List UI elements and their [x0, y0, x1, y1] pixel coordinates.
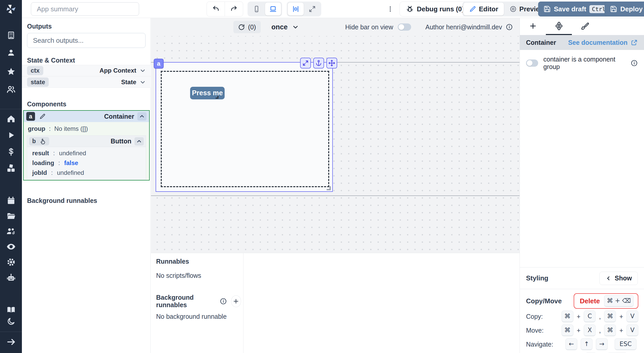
grid-row-line	[151, 195, 520, 196]
refresh-all-button[interactable]: (0)	[233, 21, 261, 33]
author-info: Author henri@windmill.dev	[425, 23, 513, 31]
sidebar-item-folders[interactable]	[0, 210, 22, 222]
container-resize-handle[interactable]	[327, 186, 331, 190]
sidebar-item-ai[interactable]	[0, 272, 22, 283]
collapse-sidebar-icon[interactable]	[0, 336, 22, 348]
container-drop-zone[interactable]	[161, 71, 329, 187]
container-type-label: Container	[104, 113, 134, 120]
show-styling-button[interactable]: Show	[599, 272, 638, 285]
styling-title: Styling	[526, 274, 548, 282]
prop-row-jobid: jobId:undefined	[32, 169, 146, 176]
sidebar-item-variables[interactable]	[0, 146, 22, 158]
editor-label: Editor	[479, 5, 498, 13]
sidebar-item-groups[interactable]	[0, 84, 22, 95]
debug-runs-label: Debug runs (0)	[417, 5, 464, 13]
state-output-row[interactable]: state State	[22, 76, 151, 88]
collapse-button-button[interactable]	[134, 137, 144, 145]
runnables-empty: No scripts/flows	[156, 272, 241, 279]
app-canvas: (0) once Hide bar on view Author henri@w…	[151, 18, 520, 253]
info-icon[interactable]	[220, 298, 227, 305]
sidebar-item-runs[interactable]	[0, 130, 22, 141]
app-summary-input[interactable]	[31, 2, 139, 16]
chevron-down-icon[interactable]	[139, 79, 146, 85]
search-outputs-input[interactable]	[27, 33, 146, 48]
press-me-button[interactable]: Press me	[190, 87, 225, 99]
tab-component-settings[interactable]	[546, 18, 572, 35]
clipped-shortcut-row	[526, 352, 638, 353]
desktop-view-button[interactable]	[265, 3, 281, 15]
windmill-logo-icon[interactable]	[0, 2, 22, 16]
inspector-header: Container See documentation	[520, 35, 644, 50]
dark-mode-toggle-icon[interactable]	[0, 316, 22, 327]
schedule-value: once	[272, 23, 288, 31]
ctx-badge: ctx	[27, 66, 43, 75]
device-toggle-group	[248, 2, 282, 16]
selected-container-component[interactable]: a Press me	[156, 62, 333, 192]
background-runnables-title: Background runnables	[27, 197, 97, 204]
move-component-button[interactable]	[326, 58, 337, 68]
component-inspector: Container See documentation container is…	[520, 18, 644, 353]
panel-divider	[243, 253, 243, 353]
container-canvas-label[interactable]: a	[154, 59, 164, 68]
bug-icon	[406, 5, 414, 13]
component-group-toggle-row: container is a component group	[520, 50, 644, 76]
undo-button[interactable]	[207, 2, 225, 16]
see-documentation-link[interactable]: See documentation	[568, 39, 638, 46]
sidebar-item-settings[interactable]	[0, 256, 22, 268]
redo-button[interactable]	[225, 2, 243, 16]
sidebar-item-user[interactable]	[0, 47, 22, 58]
sidebar-item-resources[interactable]	[0, 162, 22, 174]
sidebar-divider	[0, 332, 22, 332]
editor-tab[interactable]: Editor	[463, 3, 504, 15]
ctx-output-row[interactable]: ctx App Context	[22, 65, 151, 76]
doc-link-label: See documentation	[568, 39, 628, 46]
show-label: Show	[615, 274, 632, 282]
tab-insert-component[interactable]	[520, 18, 546, 35]
sidebar-item-workers[interactable]	[0, 226, 22, 237]
sidebar-item-audit[interactable]	[0, 241, 22, 252]
refresh-count: (0)	[248, 23, 256, 31]
info-icon[interactable]	[631, 59, 638, 67]
fullwidth-canvas-button[interactable]	[304, 3, 320, 15]
container-node-header[interactable]: a Container	[24, 111, 149, 122]
sidebar-item-favorites[interactable]	[0, 66, 22, 77]
move-shortcut-row: Move: ⌘+X, ⌘+V	[526, 324, 638, 337]
component-group-toggle[interactable]	[526, 59, 538, 67]
chevron-down-icon[interactable]	[139, 67, 146, 74]
button-resize-handle[interactable]	[216, 96, 218, 99]
sidebar-item-workspace[interactable]	[0, 30, 22, 41]
debug-runs-button[interactable]: Debug runs (0)	[400, 2, 470, 16]
collapse-container-button[interactable]	[137, 112, 147, 120]
external-link-icon	[631, 39, 638, 46]
tab-styling[interactable]	[572, 18, 598, 35]
save-draft-label: Save draft	[554, 5, 586, 13]
add-background-runnable-button[interactable]	[231, 295, 241, 307]
schedule-dropdown[interactable]: once	[272, 23, 299, 31]
edit-id-icon[interactable]	[39, 113, 46, 120]
info-icon[interactable]	[506, 23, 513, 31]
delete-component-button[interactable]: Delete ⌘ + ⌫	[574, 293, 638, 309]
sidebar-item-docs[interactable]	[0, 304, 22, 315]
chevron-left-icon	[605, 275, 612, 281]
inspector-bottom: Styling Show Copy/Move Delete ⌘ + ⌫ Copy…	[520, 267, 644, 353]
prop-row-result: result:undefined	[32, 150, 146, 157]
prop-row-loading: loading:false	[32, 159, 146, 167]
button-id-handle[interactable]: b	[29, 137, 49, 145]
button-type-label: Button	[111, 137, 131, 145]
author-label: Author henri@windmill.dev	[425, 23, 502, 31]
hide-bar-toggle[interactable]	[398, 23, 411, 31]
copy-move-title: Copy/Move	[526, 297, 562, 305]
sidebar-item-schedules[interactable]	[0, 195, 22, 206]
deploy-button[interactable]: Deploy	[605, 2, 644, 16]
container-group-row: group : No items ([])	[24, 122, 149, 135]
more-options-button[interactable]	[385, 4, 395, 14]
center-canvas-button[interactable]	[288, 3, 304, 15]
state-context-title: State & Context	[27, 57, 75, 64]
preview-icon	[510, 5, 517, 13]
button-node-header[interactable]: b Button	[27, 136, 146, 147]
expand-component-button[interactable]	[300, 58, 311, 68]
mobile-view-button[interactable]	[249, 3, 265, 15]
anchor-component-button[interactable]	[313, 58, 324, 68]
sidebar-item-home[interactable]	[0, 113, 22, 125]
canvas-grid[interactable]: a Press me − 100% +	[151, 36, 520, 253]
